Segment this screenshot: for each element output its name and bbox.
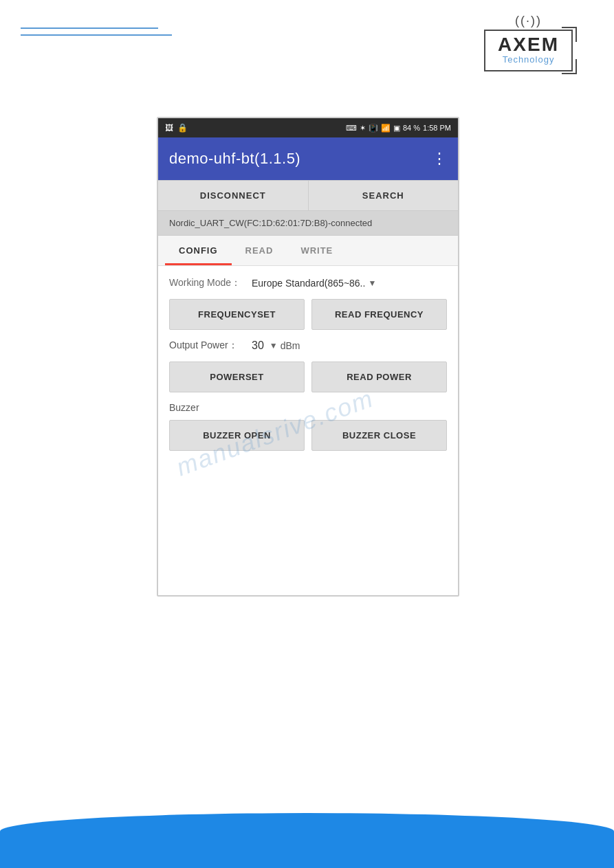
working-mode-dropdown-arrow: ▼ xyxy=(368,278,376,288)
working-mode-value: Europe Standard(865~86.. xyxy=(252,278,365,289)
status-bar: 🖼 🔒 ⌨ ✶ 📳 📶 ▣ 84 % 1:58 PM xyxy=(158,118,458,137)
read-power-button[interactable]: READ POWER xyxy=(311,361,447,392)
power-set-button[interactable]: POWERSET xyxy=(169,361,305,392)
disconnect-button[interactable]: DISCONNECT xyxy=(158,181,309,210)
logo-brand-name: AXEM xyxy=(498,35,559,54)
overflow-menu-button[interactable]: ⋮ xyxy=(432,150,447,168)
buzzer-button-row: BUZZER OPEN BUZZER CLOSE xyxy=(169,420,447,451)
working-mode-select[interactable]: Europe Standard(865~86.. ▼ xyxy=(252,278,376,289)
output-power-dropdown-arrow[interactable]: ▼ xyxy=(270,341,278,350)
app-header: demo-uhf-bt(1.1.5) ⋮ xyxy=(158,137,458,180)
top-line-2 xyxy=(21,34,172,36)
power-button-row: POWERSET READ POWER xyxy=(169,361,447,392)
tab-read[interactable]: READ xyxy=(232,236,287,265)
top-decorative-lines xyxy=(21,27,172,41)
buzzer-close-button[interactable]: BUZZER CLOSE xyxy=(311,420,447,451)
buzzer-open-button[interactable]: BUZZER OPEN xyxy=(169,420,305,451)
bluetooth-icon: ✶ xyxy=(360,124,366,133)
logo-area: ((·)) AXEM Technology xyxy=(484,14,573,71)
tab-bar: CONFIG READ WRITE xyxy=(158,236,458,266)
top-line-1 xyxy=(21,27,158,29)
battery-text: 84 % xyxy=(403,124,420,132)
frequency-set-button[interactable]: FREQUENCYSET xyxy=(169,299,305,330)
connection-button-row: DISCONNECT SEARCH xyxy=(158,180,458,210)
logo-tagline: Technology xyxy=(498,54,559,65)
buzzer-section-label: Buzzer xyxy=(169,402,447,413)
output-power-value: 30 xyxy=(252,340,264,352)
search-button[interactable]: SEARCH xyxy=(309,181,459,210)
app-title: demo-uhf-bt(1.1.5) xyxy=(169,150,300,168)
bottom-wave-decoration xyxy=(0,813,614,868)
status-bar-left: 🖼 🔒 xyxy=(165,123,188,133)
read-frequency-button[interactable]: READ FREQUENCY xyxy=(311,299,447,330)
output-power-unit: dBm xyxy=(281,340,300,351)
lock-icon: 🔒 xyxy=(177,123,188,133)
working-mode-label: Working Mode： xyxy=(169,277,252,289)
keyboard-icon: ⌨ xyxy=(346,124,357,133)
phone-frame: 🖼 🔒 ⌨ ✶ 📳 📶 ▣ 84 % 1:58 PM demo-uhf-bt(1… xyxy=(157,117,459,597)
bottom-empty-area xyxy=(158,471,458,595)
logo-radio-icon: ((·)) xyxy=(515,14,542,28)
logo-border: AXEM Technology xyxy=(484,30,573,71)
config-content: Working Mode： Europe Standard(865~86.. ▼… xyxy=(158,266,458,471)
screenshot-icon: 🖼 xyxy=(165,123,173,133)
wifi-icon: 📶 xyxy=(381,124,391,133)
time-display: 1:58 PM xyxy=(423,124,451,132)
tab-write[interactable]: WRITE xyxy=(287,236,347,265)
status-bar-right: ⌨ ✶ 📳 📶 ▣ 84 % 1:58 PM xyxy=(346,124,451,133)
output-power-row: Output Power： 30 ▼ dBm xyxy=(169,340,447,352)
tab-config[interactable]: CONFIG xyxy=(165,236,232,265)
working-mode-row: Working Mode： Europe Standard(865~86.. ▼ xyxy=(169,277,447,289)
frequency-button-row: FREQUENCYSET READ FREQUENCY xyxy=(169,299,447,330)
connection-status: Nordic_UART_CW(FC:1D:62:01:7D:B8)-connec… xyxy=(158,210,458,236)
connection-status-text: Nordic_UART_CW(FC:1D:62:01:7D:B8)-connec… xyxy=(169,218,372,228)
vibrate-icon: 📳 xyxy=(369,124,378,133)
signal-icon: ▣ xyxy=(393,124,400,133)
output-power-label: Output Power： xyxy=(169,340,252,352)
